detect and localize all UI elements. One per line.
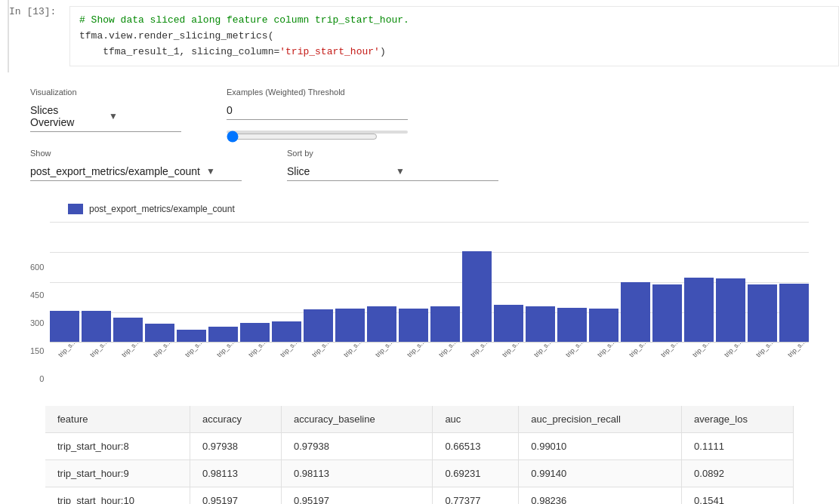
chart-body: trip_s...trip_s...trip_s...trip_s...trip… <box>50 222 809 383</box>
bar-20[interactable] <box>684 278 714 342</box>
bar-21[interactable] <box>716 278 745 342</box>
y-label-300: 300 <box>30 318 44 327</box>
visualization-label: Visualization <box>30 88 181 97</box>
table-cell-average_los-1: 0.0892 <box>682 460 794 487</box>
y-label-0: 0 <box>39 374 44 383</box>
table-cell-auc-1: 0.69231 <box>433 460 519 487</box>
legend-label: post_export_metrics/example_count <box>89 204 235 214</box>
bar-9[interactable] <box>335 309 365 342</box>
bar-23[interactable] <box>779 284 809 342</box>
code-comment: # Show data sliced along feature column … <box>79 14 409 26</box>
legend-color-swatch <box>68 204 83 214</box>
cell-label: In [13]: <box>9 6 69 17</box>
sort-chevron-icon: ▼ <box>396 166 498 177</box>
sort-select[interactable]: Slice ▼ <box>287 162 498 181</box>
threshold-input[interactable] <box>227 101 408 120</box>
chart-wrapper: 600 450 300 150 0 trip_s...trip_s.. <box>30 222 809 383</box>
chart-area: post_export_metrics/example_count 600 45… <box>30 204 809 383</box>
table-header-average_los: average_los <box>682 406 794 433</box>
data-table: featureaccuracyaccuracy_baselineaucauc_p… <box>45 406 794 504</box>
x-labels: trip_s...trip_s...trip_s...trip_s...trip… <box>50 346 809 383</box>
table-cell-average_los-0: 0.1111 <box>682 433 794 460</box>
code-func-2: tfma_result_1, slicing_column= <box>79 46 279 57</box>
bar-11[interactable] <box>399 309 428 342</box>
table-cell-average_los-2: 0.1541 <box>682 487 794 504</box>
show-sort-row: Show post_export_metrics/example_count ▼… <box>30 149 809 181</box>
table-cell-accuracy_baseline-0: 0.97938 <box>282 433 433 460</box>
table-cell-auc-0: 0.66513 <box>433 433 519 460</box>
code-func: tfma.view.render_slicing_metrics( <box>79 30 273 41</box>
table-body: trip_start_hour:80.979380.979380.665130.… <box>45 433 794 504</box>
table-cell-feature-2: trip_start_hour:10 <box>45 487 190 504</box>
notebook-cell: In [13]: # Show data sliced along featur… <box>0 0 839 72</box>
table-container: featureaccuracyaccuracy_baselineaucauc_p… <box>45 398 794 504</box>
bar-13[interactable] <box>462 251 492 342</box>
code-line-3: tfma_result_1, slicing_column='trip_star… <box>79 45 829 60</box>
bar-16[interactable] <box>557 308 587 342</box>
bar-12[interactable] <box>430 306 460 342</box>
table-header-row: featureaccuracyaccuracy_baselineaucauc_p… <box>45 406 794 433</box>
bar-1[interactable] <box>82 311 111 342</box>
bar-8[interactable] <box>304 309 333 342</box>
cell-input-area: In [13]: # Show data sliced along featur… <box>8 0 839 72</box>
table-cell-accuracy-2: 0.95197 <box>190 487 281 504</box>
bar-0[interactable] <box>50 311 79 342</box>
y-label-150: 150 <box>30 346 44 355</box>
code-block: # Show data sliced along feature column … <box>69 6 839 66</box>
table-cell-auc_precision_recall-0: 0.99010 <box>519 433 682 460</box>
table-cell-accuracy-0: 0.97938 <box>190 433 281 460</box>
table-header-auc_precision_recall: auc_precision_recall <box>519 406 682 433</box>
show-value: post_export_metrics/example_count <box>30 165 200 177</box>
code-string: 'trip_start_hour' <box>279 46 380 57</box>
table-header-feature: feature <box>45 406 190 433</box>
table-cell-accuracy-1: 0.98113 <box>190 460 281 487</box>
table-row-0: trip_start_hour:80.979380.979380.665130.… <box>45 433 794 460</box>
bar-15[interactable] <box>526 306 555 342</box>
threshold-slider[interactable] <box>227 131 378 143</box>
bar-22[interactable] <box>748 284 777 342</box>
visualization-value: Slices Overview <box>30 104 103 128</box>
widget-container: Visualization Slices Overview ▼ Examples… <box>0 72 839 504</box>
table-cell-auc_precision_recall-2: 0.98236 <box>519 487 682 504</box>
y-label-600: 600 <box>30 263 44 272</box>
code-line-2: tfma.view.render_slicing_metrics( <box>79 29 829 45</box>
table-header-auc: auc <box>433 406 519 433</box>
show-select[interactable]: post_export_metrics/example_count ▼ <box>30 162 242 181</box>
visualization-control: Visualization Slices Overview ▼ <box>30 88 181 132</box>
table-cell-accuracy_baseline-1: 0.98113 <box>282 460 433 487</box>
bar-3[interactable] <box>145 324 174 342</box>
bar-10[interactable] <box>367 306 396 342</box>
sort-control: Sort by Slice ▼ <box>287 149 498 181</box>
top-controls-row: Visualization Slices Overview ▼ Examples… <box>30 88 809 134</box>
table-cell-feature-0: trip_start_hour:8 <box>45 433 190 460</box>
table-header-accuracy: accuracy <box>190 406 281 433</box>
table-cell-accuracy_baseline-2: 0.95197 <box>282 487 433 504</box>
bar-18[interactable] <box>621 282 650 342</box>
table-row-2: trip_start_hour:100.951970.951970.773770… <box>45 487 794 504</box>
threshold-slider-track <box>227 131 408 134</box>
chart-legend: post_export_metrics/example_count <box>68 204 809 214</box>
sort-value: Slice <box>287 165 390 177</box>
bar-17[interactable] <box>589 309 618 342</box>
table-header: featureaccuracyaccuracy_baselineaucauc_p… <box>45 406 794 433</box>
threshold-control: Examples (Weighted) Threshold <box>227 88 408 134</box>
visualization-chevron-icon: ▼ <box>109 111 181 121</box>
y-label-450: 450 <box>30 290 44 300</box>
bar-7[interactable] <box>272 321 301 342</box>
show-chevron-icon: ▼ <box>206 166 242 177</box>
table-cell-feature-1: trip_start_hour:9 <box>45 460 190 487</box>
bar-2[interactable] <box>113 318 143 342</box>
bar-19[interactable] <box>652 284 682 342</box>
bar-6[interactable] <box>240 323 270 342</box>
visualization-select[interactable]: Slices Overview ▼ <box>30 101 181 132</box>
threshold-slider-container <box>227 131 408 134</box>
show-label: Show <box>30 149 242 158</box>
table-cell-auc_precision_recall-1: 0.99140 <box>519 460 682 487</box>
show-control: Show post_export_metrics/example_count ▼ <box>30 149 242 181</box>
bar-14[interactable] <box>494 305 523 342</box>
bar-4[interactable] <box>177 330 206 342</box>
sort-label: Sort by <box>287 149 498 158</box>
bar-5[interactable] <box>208 327 238 342</box>
y-axis: 600 450 300 150 0 <box>30 263 50 383</box>
code-line-1: # Show data sliced along feature column … <box>79 13 829 29</box>
